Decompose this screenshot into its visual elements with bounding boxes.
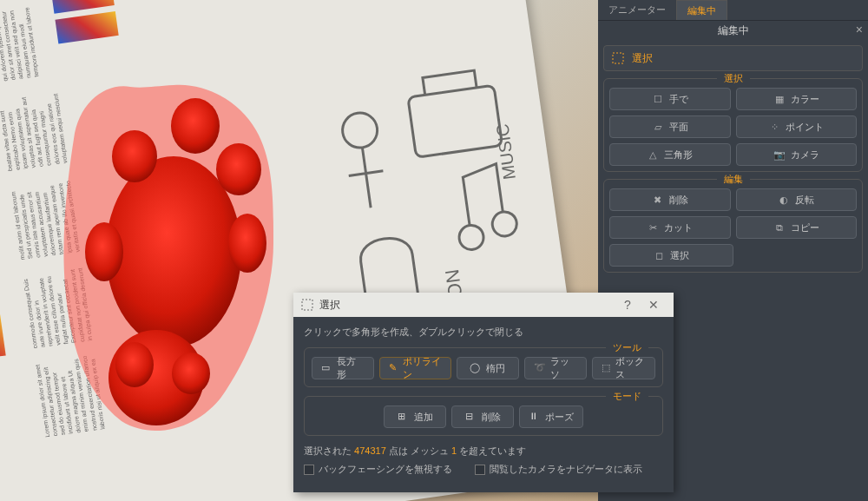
- remove-icon: ⊟: [465, 411, 477, 423]
- point-icon: ⁘: [768, 121, 780, 133]
- svg-rect-16: [302, 300, 312, 310]
- color-icon: ▦: [773, 93, 786, 105]
- checkbox-icon: [475, 465, 485, 475]
- select-triangle-button[interactable]: △三角形: [609, 143, 731, 166]
- mode-group-title: モード: [606, 390, 648, 403]
- mode-add-button[interactable]: ⊞追加: [384, 405, 446, 428]
- triangle-icon: △: [647, 148, 659, 161]
- status-prefix: 選択された: [304, 445, 354, 456]
- edit-select-button[interactable]: ◻選択: [609, 244, 733, 267]
- dialog-titlebar[interactable]: 選択 ? ✕: [293, 293, 674, 317]
- svg-point-0: [340, 111, 379, 150]
- select-by-hand-button[interactable]: ☐手で: [609, 88, 731, 110]
- tab-editing[interactable]: 編集中: [676, 0, 727, 20]
- selection-label: 選択: [632, 51, 653, 66]
- dialog-body: クリックで多角形を作成、ダブルクリックで閉じる ツール ▭長方形 ✎ポリライン …: [293, 317, 674, 485]
- hand-icon: ☐: [652, 93, 664, 105]
- label: カメラ: [791, 148, 819, 162]
- label: バックフェーシングを無視する: [319, 463, 452, 476]
- select-group-title: 選択: [717, 72, 750, 85]
- svg-rect-1: [408, 85, 503, 157]
- label: 閲覧したカメラをナビゲータに表示: [490, 463, 642, 476]
- tool-box-button[interactable]: ⬚ボックス: [592, 357, 656, 379]
- label: 長方形: [337, 355, 365, 381]
- label: ラッソ: [550, 355, 577, 381]
- status-count: 474317: [354, 445, 386, 456]
- delete-icon: ✖: [652, 194, 664, 206]
- tab-animator[interactable]: アニメーター: [598, 0, 676, 20]
- cut-icon: ✂: [647, 221, 659, 234]
- mode-group: モード ⊞追加 ⊟削除 ⏸ポーズ: [304, 396, 663, 436]
- selection-status: 選択された 474317 点は メッシュ 1 を超えています: [304, 445, 663, 458]
- panel-title-row: 編集中 ×: [598, 21, 868, 40]
- label: 選択: [670, 249, 689, 262]
- newspaper-thumb: [0, 313, 6, 366]
- label: 削除: [669, 194, 688, 207]
- svg-point-2: [457, 224, 485, 252]
- edit-cut-button[interactable]: ✂カット: [609, 216, 731, 239]
- svg-rect-15: [613, 53, 623, 63]
- select-camera-button[interactable]: 📷カメラ: [736, 143, 858, 166]
- tool-group: ツール ▭長方形 ✎ポリライン ◯楕円 ➰ラッソ ⬚ボックス: [304, 347, 663, 387]
- tool-rectangle-button[interactable]: ▭長方形: [312, 357, 374, 379]
- dialog-close-button[interactable]: ✕: [641, 298, 667, 312]
- dialog-hint: クリックで多角形を作成、ダブルクリックで閉じる: [304, 326, 663, 339]
- browse-camera-nav-check[interactable]: 閲覧したカメラをナビゲータに表示: [475, 463, 642, 476]
- dialog-icon: [300, 298, 314, 312]
- lasso-icon: ➰: [534, 362, 546, 374]
- ellipse-icon: ◯: [470, 362, 482, 374]
- select-point-button[interactable]: ⁘ポイント: [736, 115, 858, 138]
- label: カラー: [791, 93, 819, 106]
- plane-icon: ▱: [652, 121, 664, 133]
- camera-icon: 📷: [773, 148, 786, 161]
- tool-group-title: ツール: [606, 341, 648, 354]
- tool-polyline-button[interactable]: ✎ポリライン: [379, 357, 451, 379]
- label: カット: [664, 221, 693, 234]
- tool-ellipse-button[interactable]: ◯楕円: [457, 357, 519, 379]
- add-icon: ⊞: [398, 411, 410, 423]
- panel-close-button[interactable]: ×: [856, 23, 863, 36]
- box-icon: ⬚: [602, 362, 611, 374]
- polyline-icon: ✎: [389, 362, 398, 374]
- label: 削除: [482, 411, 501, 424]
- dialog-title: 選択: [319, 298, 615, 313]
- edit-copy-button[interactable]: ⧉コピー: [736, 216, 858, 239]
- selection-icon: [611, 51, 625, 65]
- label: 楕円: [486, 362, 505, 375]
- status-middle: 点は メッシュ: [386, 445, 451, 456]
- label: コピー: [791, 221, 819, 234]
- tool-lasso-button[interactable]: ➰ラッソ: [524, 357, 587, 379]
- label: 反転: [795, 194, 814, 207]
- ignore-backfacing-check[interactable]: バックフェーシングを無視する: [304, 463, 452, 476]
- label: 三角形: [664, 148, 693, 162]
- mode-remove-button[interactable]: ⊟削除: [451, 405, 514, 428]
- edit-invert-button[interactable]: ◐反転: [736, 188, 858, 211]
- panel-title: 編集中: [718, 23, 749, 38]
- edit-group-title: 編集: [717, 173, 750, 186]
- label: ボックス: [615, 355, 646, 381]
- select-color-button[interactable]: ▦カラー: [736, 88, 858, 110]
- pose-icon: ⏸: [529, 411, 541, 423]
- select-plane-button[interactable]: ▱平面: [609, 115, 731, 138]
- label: ポイント: [786, 121, 824, 134]
- mode-pose-button[interactable]: ⏸ポーズ: [519, 405, 583, 428]
- copy-icon: ⧉: [773, 221, 786, 234]
- select-dialog: 選択 ? ✕ クリックで多角形を作成、ダブルクリックで閉じる ツール ▭長方形 …: [293, 293, 674, 492]
- checkbox-icon: [304, 465, 314, 475]
- label: 追加: [414, 411, 433, 424]
- dialog-help-button[interactable]: ?: [615, 298, 641, 312]
- svg-point-3: [490, 210, 518, 238]
- invert-icon: ◐: [778, 194, 790, 206]
- label: ポリライン: [403, 355, 441, 381]
- edit-delete-button[interactable]: ✖削除: [609, 188, 731, 211]
- rectangle-icon: ▭: [321, 362, 332, 374]
- select-group: 選択 ☐手で ▦カラー ▱平面 ⁘ポイント △三角形 📷カメラ: [603, 78, 863, 172]
- status-suffix: を超えています: [457, 445, 526, 456]
- label: ポーズ: [545, 411, 574, 424]
- selection-mode-bar[interactable]: 選択: [603, 45, 863, 71]
- check-row: バックフェーシングを無視する 閲覧したカメラをナビゲータに表示: [304, 463, 663, 476]
- label: 手で: [669, 93, 688, 106]
- edit-group: 編集 ✖削除 ◐反転 ✂カット ⧉コピー ◻選択: [603, 179, 863, 273]
- label: 平面: [669, 121, 688, 134]
- select-icon: ◻: [653, 249, 665, 261]
